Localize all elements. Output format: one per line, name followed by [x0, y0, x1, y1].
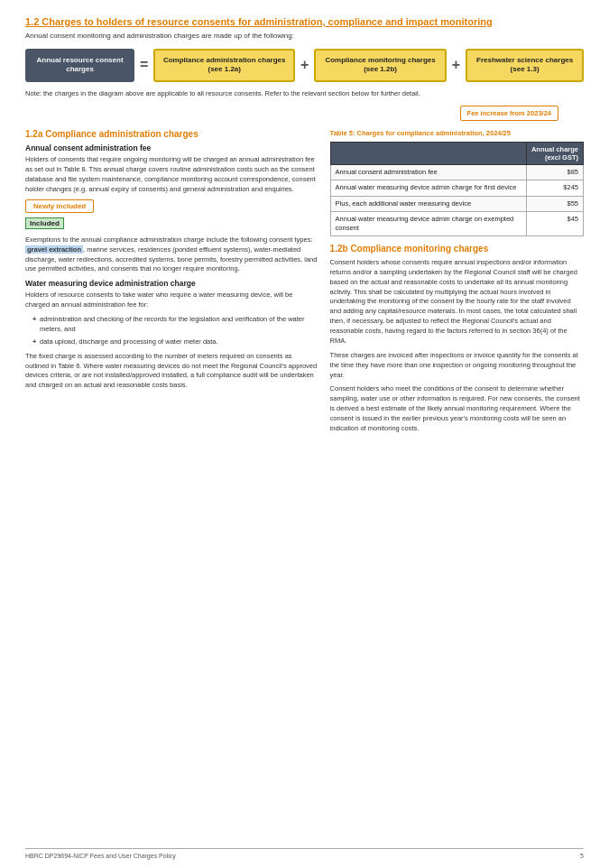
newly-included-box: Newly included [25, 199, 94, 213]
bullet-1: administration and checking of the recor… [32, 315, 318, 335]
section-12b-text2: These charges are invoiced after inspect… [330, 351, 584, 381]
eq-box-freshwater: Freshwater science charges (see 1.3) [466, 49, 584, 82]
table-caption: Table 5: Charges for compliance administ… [330, 129, 584, 139]
table-row: Annual water measuring device admin char… [330, 180, 583, 196]
eq-plus-1: + [299, 57, 310, 73]
row-value-2: $245 [526, 180, 583, 196]
footer-left: HBRC DP29694-NICP Fees and User Charges … [25, 853, 176, 859]
section-12b-text3: Consent holders who meet the conditions … [330, 384, 584, 433]
table-row: Annual consent administration fee $85 [330, 165, 583, 180]
page-number: 5 [580, 853, 584, 859]
row-label-2: Annual water measuring device admin char… [330, 180, 526, 196]
consent-types-text: Exemptions to the annual compliance admi… [25, 235, 318, 275]
included-tag: Included [25, 217, 64, 229]
eq-plus-2: + [450, 57, 462, 73]
eq-equals: = [138, 57, 150, 73]
gravel-highlight: gravel extraction [25, 245, 83, 254]
section-note: Note: the charges in the diagram above a… [25, 89, 584, 99]
water-device-heading: Water measuring device administration ch… [25, 279, 318, 288]
equation-row: Annual resource consent charges = Compli… [25, 49, 584, 82]
table-col-label [330, 143, 526, 165]
page-footer: HBRC DP29694-NICP Fees and User Charges … [25, 848, 584, 859]
water-device-bullets: administration and checking of the recor… [25, 315, 318, 347]
eq-box-admin: Compliance administration charges (see 1… [153, 49, 295, 82]
section-12-subtext: Annual consent monitoring and administra… [25, 32, 584, 40]
device-fee-note: The fixed charge is assessed according t… [25, 352, 318, 392]
annual-fee-heading: Annual consent administration fee [25, 143, 318, 152]
row-label-1: Annual consent administration fee [330, 165, 526, 180]
annual-fee-text: Holders of consents that require ongoing… [25, 155, 318, 195]
table-col-charge: Annual charge(excl GST) [526, 143, 583, 165]
charge-table: Table 5: Charges for compliance administ… [330, 129, 584, 236]
section-12a-heading: 1.2a Compliance administration charges [25, 129, 318, 139]
row-label-3: Plus, each additional water measuring de… [330, 196, 526, 211]
section-12b-heading: 1.2b Compliance monitoring charges [330, 244, 584, 254]
section-12b-text1: Consent holders whose consents require a… [330, 258, 584, 346]
row-label-4: Annual water measuring device admin char… [330, 211, 526, 235]
row-value-1: $85 [526, 165, 583, 180]
eq-box-monitoring: Compliance monitoring charges (see 1.2b) [314, 49, 446, 82]
bullet-2: data upload, discharge and processing of… [32, 337, 318, 347]
section-12-heading: 1.2 Charges to holders of resource conse… [25, 16, 584, 27]
table-row: Plus, each additional water measuring de… [330, 196, 583, 211]
water-device-text: Holders of resource consents to take wat… [25, 291, 318, 310]
fee-increase-badge: Fee increase from 2023/24 [460, 106, 558, 121]
table-row: Annual water measuring device admin char… [330, 211, 583, 235]
eq-box-annual: Annual resource consent charges [25, 49, 134, 82]
row-value-4: $45 [526, 211, 583, 235]
row-value-3: $55 [526, 196, 583, 211]
